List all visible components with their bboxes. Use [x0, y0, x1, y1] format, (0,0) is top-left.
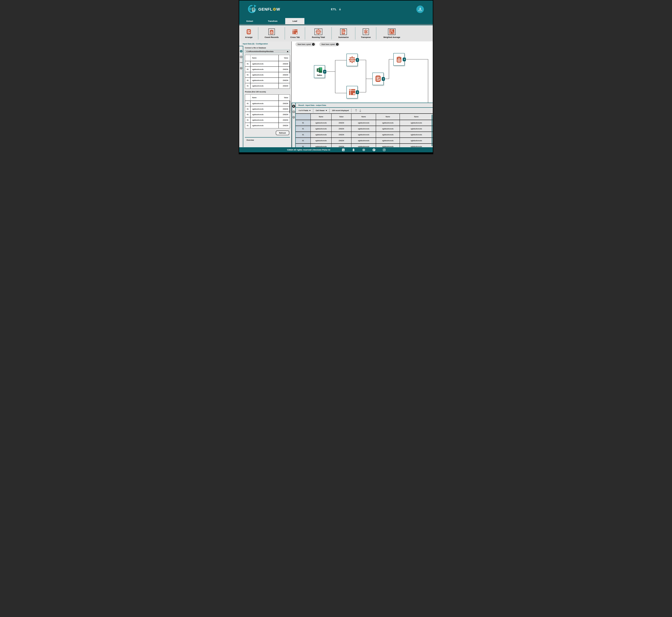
file-path-dropdown[interactable]: C:/officesolution/Desktop/files/data [245, 50, 290, 53]
table-cell: 01 [245, 106, 251, 112]
facebook-icon[interactable] [372, 148, 375, 152]
table-cell: sgbdushcncds [311, 138, 332, 143]
output-port[interactable] [403, 57, 406, 61]
overview-label: Overview [247, 139, 290, 141]
arrow-down-icon[interactable] [359, 109, 361, 112]
brand-name: GENFLW [258, 7, 280, 12]
table-cell: 234234 [332, 120, 351, 126]
table-cell: 01 [296, 138, 311, 143]
table-cell: 01 [245, 117, 251, 123]
output-port[interactable] [382, 77, 385, 81]
code-badge-icon[interactable] [240, 55, 243, 58]
chip-label: Start here .xymd [298, 43, 311, 45]
column-header: Name [351, 114, 376, 120]
preview-table: NameValue01sgbdushcncds23423401sgbdushcn… [245, 94, 290, 129]
settings-gear-icon[interactable] [240, 50, 243, 53]
admin-label: Admin [418, 10, 422, 11]
canvas-chip[interactable]: Start here .xymd ✕ [319, 42, 339, 46]
overview-section: Overview [245, 137, 290, 147]
flow-connectors [292, 41, 433, 102]
arrange-icon [374, 75, 382, 83]
handshake-icon[interactable] [240, 61, 243, 64]
node-count-records[interactable] [393, 53, 404, 66]
excel-icon: X [316, 67, 323, 74]
column-header: Value [332, 114, 351, 120]
tool-cross-tab[interactable]: Cross Tab [285, 25, 305, 41]
output-port[interactable] [323, 70, 326, 73]
code-badge-icon[interactable] [292, 110, 295, 114]
table-cell: sgbdushcncds [376, 126, 400, 132]
cell-viewer-dropdown[interactable]: Cell Viewer [316, 110, 327, 112]
admin-avatar[interactable]: Admin [416, 6, 424, 13]
fields-dropdown-label: 4 of 4 Fields [299, 110, 308, 112]
table-cell: sgbdushcncds [251, 117, 279, 123]
result-panel: ? Result - Input Data - output Data 4 of… [292, 102, 433, 147]
tool-running-total[interactable]: 00:00 Running Total [305, 25, 332, 41]
column-header [245, 95, 251, 100]
module-title: ETL [331, 8, 337, 11]
tool-transpose[interactable]: Transpose [355, 25, 376, 41]
table-cell: 234234 [279, 100, 290, 106]
cross-tab-icon [349, 88, 356, 96]
file-path-value: C:/officesolution/Desktop/files/data [247, 50, 274, 52]
help-icon[interactable]: ? [292, 116, 295, 119]
brand-text-left: GENFL [258, 7, 273, 12]
table-cell: 234234 [279, 112, 290, 117]
refresh-button[interactable]: Refresh [276, 131, 289, 135]
tab-label: Extract [246, 20, 253, 22]
close-icon[interactable]: ✕ [336, 43, 339, 46]
output-port[interactable] [356, 58, 359, 62]
table-cell: sgbdushcncds [400, 138, 433, 143]
running-total-icon: 00:00 [348, 56, 356, 64]
table-cell: 01 [245, 66, 251, 72]
tool-summarize[interactable]: Summarize [332, 25, 355, 41]
scrollbar-thumb[interactable] [290, 100, 290, 113]
table-cell: sgbdushcncds [311, 143, 332, 147]
tool-weighted-average[interactable]: Weighted Average [376, 25, 407, 41]
caret-down-icon [309, 110, 311, 111]
table-cell: sgbdushcncds [311, 126, 332, 132]
app-header: GENFLW ETL Admin [239, 1, 433, 18]
table-cell: sgbdushcncds [251, 72, 279, 77]
node-sales-input[interactable]: X Sales [314, 65, 325, 78]
tab-load[interactable]: Load [285, 18, 304, 24]
instagram-icon[interactable] [383, 148, 386, 152]
svg-text:X: X [318, 69, 319, 71]
tool-count-records[interactable]: Count Records [258, 25, 285, 41]
node-cross-tab[interactable] [346, 86, 358, 98]
column-header: Value [279, 95, 290, 100]
close-icon[interactable]: ✕ [312, 43, 315, 46]
help-icon[interactable]: ? [240, 67, 243, 70]
table-cell: sgbdushcncds [251, 83, 279, 88]
canvas-chip[interactable]: Start here .xymd ✕ [295, 42, 316, 46]
module-switcher[interactable]: ETL [331, 8, 341, 11]
node-running-total[interactable]: 00:00 [346, 54, 358, 66]
result-scrollbar[interactable] [432, 115, 432, 146]
tab-label: Load [292, 20, 297, 22]
running-total-icon: 00:00 [315, 28, 322, 35]
flow-canvas[interactable]: Start here .xymd ✕ Start here .xymd ✕ X … [292, 41, 433, 102]
linkedin-icon[interactable] [342, 148, 345, 152]
briefcase-icon[interactable] [352, 148, 355, 152]
arrow-up-icon[interactable] [355, 109, 357, 112]
node-arrange[interactable] [372, 73, 384, 85]
svg-text:00:00: 00:00 [351, 59, 353, 60]
etl-tabs: Extract Transfrom Load [239, 18, 433, 25]
table-cell: 234234 [279, 66, 290, 72]
arrow-down-icon [339, 8, 341, 11]
app-window: GENFLW ETL Admin Extract Transfrom Load … [239, 0, 433, 154]
table-cell: sgbdushcncds [376, 143, 400, 147]
tool-arrange[interactable]: Arrange [239, 25, 258, 41]
count-records-icon [268, 28, 275, 35]
scrollbar-thumb[interactable] [290, 62, 290, 73]
result-toolbar: 4 of 4 Fields Cell Viewer 230 record dis… [296, 108, 433, 114]
tool-label: Transpose [361, 36, 371, 38]
tab-extract[interactable]: Extract [239, 18, 260, 24]
globe-icon[interactable] [362, 148, 365, 152]
menu-icon[interactable] [292, 105, 295, 109]
logo: GENFLW [248, 5, 280, 14]
output-port[interactable] [356, 90, 359, 94]
fields-dropdown[interactable]: 4 of 4 Fields [299, 110, 311, 112]
tab-transform[interactable]: Transfrom [260, 18, 285, 24]
table-cell: sgbdushcncds [376, 132, 400, 138]
